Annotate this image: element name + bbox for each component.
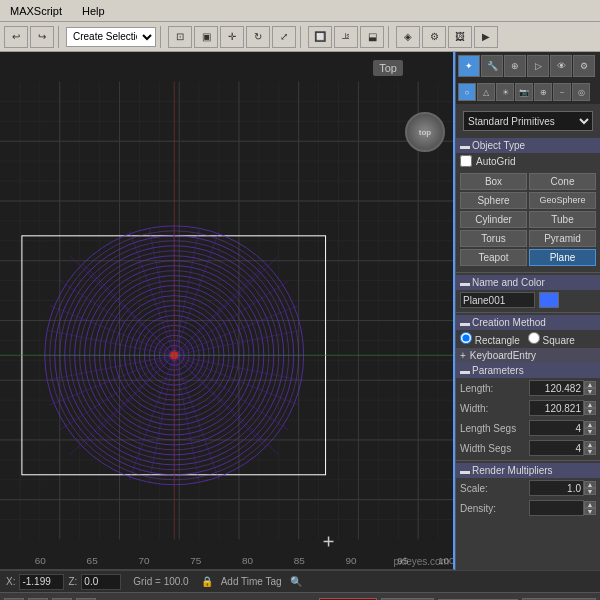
main-area: 60 65 70 75 80 85 90 95 100 Top top pxle… <box>0 52 600 570</box>
subtab-lights[interactable]: ☀ <box>496 83 514 101</box>
btn-teapot[interactable]: Teapot <box>460 249 527 266</box>
render-mult-header[interactable]: ▬ Render Multipliers <box>456 463 600 478</box>
subtab-systems[interactable]: ◎ <box>572 83 590 101</box>
separator3 <box>300 26 304 48</box>
tab-create[interactable]: ✦ <box>458 55 480 77</box>
radio-square[interactable] <box>528 332 540 344</box>
primitives-dropdown[interactable]: Standard Primitives <box>463 111 593 131</box>
scale-input[interactable] <box>529 480 584 496</box>
radio-rectangle-text: Rectangle <box>475 335 520 346</box>
render-prod-btn[interactable]: ▶ <box>474 26 498 48</box>
length-segs-row: Length Segs ▲ ▼ <box>456 418 600 438</box>
z-value-input[interactable] <box>81 574 121 590</box>
btn-box[interactable]: Box <box>460 173 527 190</box>
scale-up[interactable]: ▲ <box>584 481 596 488</box>
menu-maxscript[interactable]: MAXScript <box>4 3 68 19</box>
btn-cone[interactable]: Cone <box>529 173 596 190</box>
divider3 <box>456 460 600 461</box>
compass-button[interactable]: top <box>405 112 445 152</box>
length-segs-spinner: ▲ ▼ <box>584 421 596 435</box>
length-up[interactable]: ▲ <box>584 381 596 388</box>
btn-plane[interactable]: Plane <box>529 249 596 266</box>
statusbar: X: Z: Grid = 100.0 🔒 Add Time Tag 🔍 <box>0 570 600 592</box>
tab-utilities[interactable]: ⚙ <box>573 55 595 77</box>
tab-motion[interactable]: ▷ <box>527 55 549 77</box>
btn-tube[interactable]: Tube <box>529 211 596 228</box>
keyboard-entry-header[interactable]: + KeyboardEntry <box>456 348 600 363</box>
separator4 <box>388 26 392 48</box>
length-segs-down[interactable]: ▼ <box>584 428 596 435</box>
tab-modify[interactable]: 🔧 <box>481 55 503 77</box>
radio-rectangle-label[interactable]: Rectangle <box>460 332 520 346</box>
width-input[interactable] <box>529 400 584 416</box>
autogrid-label: AutoGrid <box>476 156 515 167</box>
density-down[interactable]: ▼ <box>584 508 596 515</box>
length-spinner: ▲ ▼ <box>584 381 596 395</box>
creation-method-header[interactable]: ▬ Creation Method <box>456 315 600 330</box>
width-up[interactable]: ▲ <box>584 401 596 408</box>
render-setup-btn[interactable]: ⚙ <box>422 26 446 48</box>
width-segs-down[interactable]: ▼ <box>584 448 596 455</box>
object-name-input[interactable] <box>460 292 535 308</box>
tab-hierarchy[interactable]: ⊕ <box>504 55 526 77</box>
selection-dropdown[interactable]: Create Selection Se... <box>66 27 156 47</box>
subtab-geometry[interactable]: ○ <box>458 83 476 101</box>
length-down[interactable]: ▼ <box>584 388 596 395</box>
length-segs-input[interactable] <box>529 420 584 436</box>
subtab-helpers[interactable]: ⊕ <box>534 83 552 101</box>
width-segs-spinner: ▲ ▼ <box>584 441 596 455</box>
width-segs-input[interactable] <box>529 440 584 456</box>
autogrid-checkbox[interactable] <box>460 155 472 167</box>
z-label: Z: <box>68 576 77 587</box>
object-type-grid: Box Cone Sphere GeoSphere Cylinder Tube … <box>456 169 600 270</box>
render-mult-label: Render Multipliers <box>472 465 553 476</box>
btn-cylinder[interactable]: Cylinder <box>460 211 527 228</box>
subtab-shapes[interactable]: △ <box>477 83 495 101</box>
width-segs-row: Width Segs ▲ ▼ <box>456 438 600 458</box>
btn-torus[interactable]: Torus <box>460 230 527 247</box>
length-row: Length: ▲ ▼ <box>456 378 600 398</box>
scale-btn[interactable]: ⤢ <box>272 26 296 48</box>
select-region-btn[interactable]: ▣ <box>194 26 218 48</box>
subtab-cameras[interactable]: 📷 <box>515 83 533 101</box>
radio-rectangle[interactable] <box>460 332 472 344</box>
object-type-label: Object Type <box>472 140 525 151</box>
name-color-header[interactable]: ▬ Name and Color <box>456 275 600 290</box>
addtimetag-label[interactable]: Add Time Tag <box>221 576 282 587</box>
color-swatch[interactable] <box>539 292 559 308</box>
render-frame-btn[interactable]: 🖼 <box>448 26 472 48</box>
x-value-input[interactable] <box>19 574 64 590</box>
density-input[interactable] <box>529 500 584 516</box>
name-color-collapse-icon: ▬ <box>460 277 470 288</box>
menu-help[interactable]: Help <box>76 3 111 19</box>
rotate-btn[interactable]: ↻ <box>246 26 270 48</box>
redo-btn[interactable]: ↪ <box>30 26 54 48</box>
mirror-btn[interactable]: ⫡ <box>334 26 358 48</box>
select-obj-btn[interactable]: ⊡ <box>168 26 192 48</box>
width-segs-up[interactable]: ▲ <box>584 441 596 448</box>
object-type-header[interactable]: ▬ Object Type <box>456 138 600 153</box>
btn-pyramid[interactable]: Pyramid <box>529 230 596 247</box>
snap-btn[interactable]: 🔲 <box>308 26 332 48</box>
scale-down[interactable]: ▼ <box>584 488 596 495</box>
parameters-header[interactable]: ▬ Parameters <box>456 363 600 378</box>
svg-text:65: 65 <box>87 555 99 566</box>
length-segs-up[interactable]: ▲ <box>584 421 596 428</box>
menubar: MAXScript Help <box>0 0 600 22</box>
x-label: X: <box>6 576 15 587</box>
subtab-spacewarp[interactable]: ~ <box>553 83 571 101</box>
btn-sphere[interactable]: Sphere <box>460 192 527 209</box>
density-up[interactable]: ▲ <box>584 501 596 508</box>
viewport-container[interactable]: 60 65 70 75 80 85 90 95 100 Top top pxle… <box>0 52 455 570</box>
move-btn[interactable]: ✛ <box>220 26 244 48</box>
width-down[interactable]: ▼ <box>584 408 596 415</box>
tab-display[interactable]: 👁 <box>550 55 572 77</box>
align-btn[interactable]: ⬓ <box>360 26 384 48</box>
viewport-svg: 60 65 70 75 80 85 90 95 100 <box>0 52 453 569</box>
panel-sub-tabs: ○ △ ☀ 📷 ⊕ ~ ◎ <box>456 80 600 104</box>
radio-square-label[interactable]: Square <box>528 332 575 346</box>
undo-btn[interactable]: ↩ <box>4 26 28 48</box>
material-btn[interactable]: ◈ <box>396 26 420 48</box>
btn-geosphere[interactable]: GeoSphere <box>529 192 596 209</box>
length-input[interactable] <box>529 380 584 396</box>
